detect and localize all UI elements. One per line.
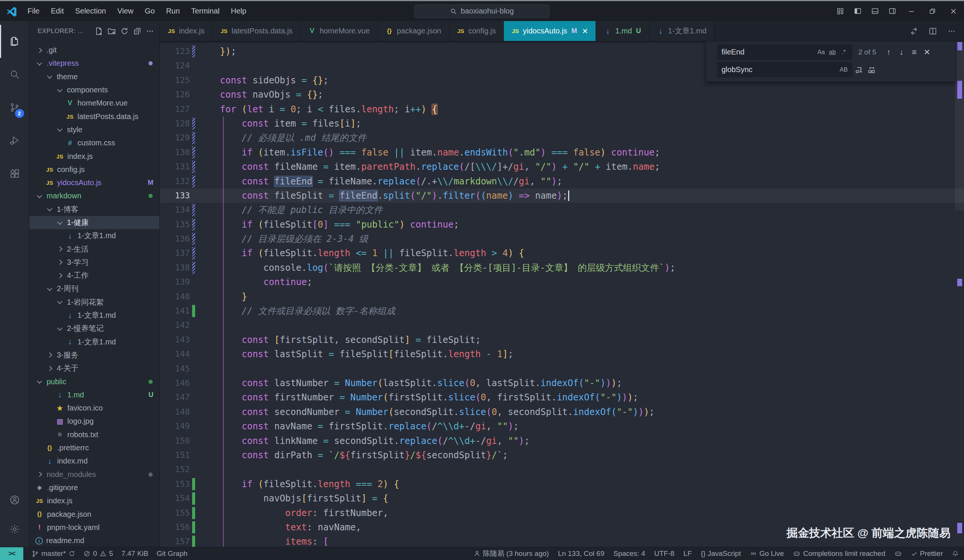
code-line-145[interactable]: 145 — [160, 362, 964, 376]
tree-file-latestPosts.data.js[interactable]: JSlatestPosts.data.js — [29, 110, 160, 123]
status-right-item-0[interactable]: 陈随易 (3 hours ago) — [474, 549, 549, 558]
tree-file-pnpm-lock.yaml[interactable]: !pnpm-lock.yaml — [29, 521, 160, 534]
code-line-149[interactable]: 149 const navName = firstSplit.replace(/… — [160, 419, 964, 433]
remote-indicator[interactable]: >< — [0, 547, 23, 560]
tree-folder-2-生活[interactable]: 2-生活 — [29, 242, 160, 255]
tab-config.js[interactable]: JSconfig.js — [449, 21, 503, 41]
status-right-item-6[interactable]: Go Live — [750, 549, 784, 558]
status-left-item-2[interactable]: 7.47 KiB — [121, 549, 148, 558]
status-right-item-5[interactable]: {} JavaScript — [701, 549, 741, 558]
replace-button[interactable] — [852, 63, 865, 76]
code-line-141[interactable]: 141 // 文件或目录必须以 数字-名称组成 — [160, 304, 964, 318]
open-changes-icon[interactable] — [909, 26, 920, 37]
tree-folder-1-健康[interactable]: 1-健康 — [29, 216, 160, 229]
toggle-secondary-sidebar-icon[interactable] — [884, 4, 901, 19]
code-line-140[interactable]: 140 } — [160, 290, 964, 304]
tree-file-1-文章1.md[interactable]: ↓1-文章1.md — [29, 335, 160, 349]
tree-folder-markdown[interactable]: markdown — [29, 189, 160, 203]
code-line-129[interactable]: 129 // 必须是以 .md 结尾的文件 — [160, 131, 964, 145]
tree-file-config.js[interactable]: JSconfig.js — [29, 163, 160, 176]
code-line-144[interactable]: 144 const lastSplit = fileSplit[fileSpli… — [160, 347, 964, 361]
code-line-146[interactable]: 146 const lastNumber = Number(lastSplit.… — [160, 376, 964, 390]
tree-file-.gitignore[interactable]: ◆.gitignore — [29, 481, 160, 494]
status-right-item-10[interactable] — [952, 550, 959, 557]
code-area[interactable]: 123});124125const sideObjs = {};126const… — [160, 41, 964, 547]
tree-file-1-文章1.md[interactable]: ↓1-文章1.md — [29, 229, 160, 242]
tree-file-.prettierrc[interactable]: {}.prettierrc — [29, 442, 160, 454]
minimize-button[interactable] — [901, 1, 922, 21]
code-line-130[interactable]: 130 if (item.isFile() === false || item.… — [160, 145, 964, 160]
tree-file-1.md[interactable]: ↓1.mdU — [29, 388, 160, 401]
split-editor-icon[interactable] — [927, 26, 938, 37]
menu-go[interactable]: Go — [140, 5, 160, 18]
tree-folder-node_modules[interactable]: node_modules — [29, 468, 160, 481]
replace-all-button[interactable] — [865, 63, 878, 76]
tree-file-index.md[interactable]: ↓index.md — [29, 454, 160, 467]
tree-file-favicon.ico[interactable]: ★favicon.ico — [29, 401, 160, 415]
tree-folder-3-学习[interactable]: 3-学习 — [29, 256, 160, 269]
tree-file-custom.css[interactable]: #custom.css — [29, 136, 160, 149]
more-icon[interactable] — [946, 26, 957, 37]
tree-file-index.js[interactable]: JSindex.js — [29, 149, 160, 162]
find-in-selection-button[interactable]: ≡ — [908, 46, 921, 58]
tree-folder-4-工作[interactable]: 4-工作 — [29, 269, 160, 282]
scrollbar-slider[interactable] — [955, 41, 964, 210]
code-line-147[interactable]: 147 const firstNumber = Number(firstSpli… — [160, 390, 964, 404]
tree-file-readme.md[interactable]: ireadme.md — [29, 534, 160, 547]
activitybar-explorer[interactable] — [0, 25, 29, 58]
editor[interactable]: 123});124125const sideObjs = {};126const… — [160, 41, 964, 547]
code-line-137[interactable]: 137 if (fileSplit.length <= 1 || fileSpl… — [160, 246, 964, 260]
code-line-132[interactable]: 132 const fileEnd = fileName.replace(/.+… — [160, 174, 964, 188]
tab-latestPosts.data.js[interactable]: JSlatestPosts.data.js — [212, 21, 300, 41]
code-line-133[interactable]: 133 const fileSplit = fileEnd.split("/")… — [160, 188, 964, 203]
menu-edit[interactable]: Edit — [46, 5, 68, 18]
tab-index.js[interactable]: JSindex.js — [160, 21, 212, 41]
menu-terminal[interactable]: Terminal — [186, 5, 225, 18]
code-line-152[interactable]: 152 — [160, 463, 964, 477]
status-left-item-1[interactable]: 05 — [83, 549, 113, 558]
tab-1-文章1.md[interactable]: ↓1-文章1.md — [649, 21, 714, 41]
find-previous-button[interactable]: ↑ — [883, 46, 895, 58]
tree-folder-3-服务[interactable]: 3-服务 — [29, 349, 160, 362]
code-line-135[interactable]: 135 if (fileSplit[0] === "public") conti… — [160, 218, 964, 232]
status-right-item-4[interactable]: LF — [684, 549, 692, 558]
tree-folder-.git[interactable]: .git — [29, 44, 160, 57]
tree-folder-style[interactable]: style — [29, 123, 160, 136]
code-line-148[interactable]: 148 const secondNumber = Number(secondSp… — [160, 405, 964, 419]
command-center[interactable]: baoxiaohui-blog — [414, 5, 550, 18]
status-left-item-3[interactable]: Git Graph — [156, 549, 187, 558]
tree-file-package.json[interactable]: {}package.json — [29, 507, 160, 521]
status-right-item-1[interactable]: Ln 133, Col 69 — [558, 549, 604, 558]
replace-input[interactable]: globSync AB — [717, 62, 852, 77]
toggle-panel-icon[interactable] — [866, 4, 884, 19]
find-input[interactable]: fileEnd Aa ab .* — [717, 44, 852, 60]
find-next-button[interactable]: ↓ — [895, 46, 908, 58]
activitybar-source-control[interactable]: 2 — [0, 91, 29, 124]
code-line-128[interactable]: 128 const item = files[i]; — [160, 117, 964, 131]
menu-file[interactable]: File — [23, 5, 44, 18]
status-left-item-0[interactable]: master* — [32, 549, 75, 558]
tab-package.json[interactable]: {}package.json — [378, 21, 449, 41]
activitybar-search[interactable] — [0, 58, 29, 91]
tree-file-index.js[interactable]: JSindex.js — [29, 494, 160, 507]
collapse-all-icon[interactable] — [132, 26, 143, 37]
code-line-150[interactable]: 150 const linkName = secondSplit.replace… — [160, 434, 964, 448]
toggle-primary-sidebar-icon[interactable] — [849, 4, 866, 19]
code-line-127[interactable]: 127for (let i = 0; i < files.length; i++… — [160, 102, 964, 117]
restore-button[interactable] — [922, 1, 943, 21]
tree-folder-2-周刊[interactable]: 2-周刊 — [29, 282, 160, 295]
toggle-replace-chevron[interactable] — [706, 41, 717, 81]
tree-file-logo.jpg[interactable]: ▨logo.jpg — [29, 415, 160, 428]
menu-run[interactable]: Run — [161, 5, 185, 18]
tree-folder-theme[interactable]: theme — [29, 70, 160, 83]
match-case-toggle[interactable]: Aa — [816, 47, 827, 58]
close-window-button[interactable] — [943, 1, 964, 21]
tree-file-yidocsAuto.js[interactable]: JSyidocsAuto.jsM — [29, 176, 160, 189]
whole-word-toggle[interactable]: ab — [827, 47, 838, 58]
menu-help[interactable]: Help — [226, 5, 251, 18]
status-right-item-7[interactable]: Completions limit reached — [793, 549, 886, 558]
status-right-item-2[interactable]: Spaces: 4 — [613, 549, 645, 558]
activitybar-run-debug[interactable] — [0, 124, 29, 157]
tree-file-robots.txt[interactable]: ≡robots.txt — [29, 428, 160, 442]
activitybar-extensions[interactable] — [0, 157, 29, 190]
